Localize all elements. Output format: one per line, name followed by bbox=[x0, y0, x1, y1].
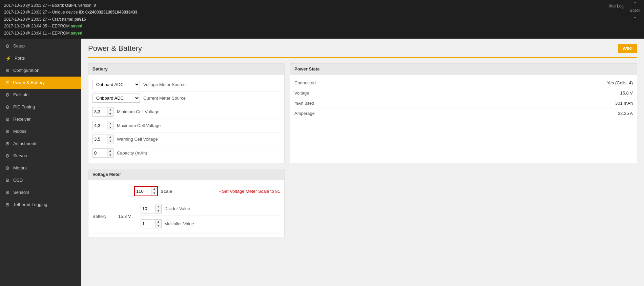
modes-icon: ⚙ bbox=[5, 129, 10, 134]
capacity-row: ▲ ▼ Capacity (mAh) bbox=[92, 146, 280, 160]
voltage-source-select[interactable]: Onboard ADC ESC Sensor None bbox=[92, 80, 140, 89]
ps-value-connected: Yes (Cells: 4) bbox=[607, 80, 633, 85]
vm-scale-spinner: ▲ ▼ bbox=[134, 186, 158, 196]
sidebar-item-servos[interactable]: ⚙ Servos bbox=[0, 150, 81, 162]
min-cell-up[interactable]: ▲ bbox=[107, 107, 113, 112]
motors-icon: ⚙ bbox=[5, 165, 10, 171]
min-cell-down[interactable]: ▼ bbox=[107, 112, 113, 116]
vm-scale-up[interactable]: ▲ bbox=[151, 187, 157, 191]
max-cell-spinner: ▲ ▼ bbox=[92, 121, 113, 130]
vm-multiplier-up[interactable]: ▲ bbox=[155, 220, 161, 224]
log-line-3: 2017-10-20 @ 23:03:27 -- Craft name: ps9… bbox=[4, 16, 640, 23]
battery-card: Battery Onboard ADC ESC Sensor None Volt… bbox=[88, 63, 285, 163]
ps-row-amperage: Amperage 32.35 A bbox=[294, 108, 633, 118]
sidebar-item-label: Modes bbox=[13, 129, 26, 134]
sidebar-item-receiver[interactable]: ⚙ Receiver bbox=[0, 113, 81, 125]
sidebar-item-ports[interactable]: ⚡ Ports bbox=[0, 52, 81, 64]
power-state-table: Connected Yes (Cells: 4) Voltage 15.8 V … bbox=[294, 78, 633, 118]
voltage-source-row: Onboard ADC ESC Sensor None Voltage Mete… bbox=[92, 78, 280, 91]
setup-icon: ⚙ bbox=[5, 43, 10, 49]
log-line-5: 2017-10-20 @ 23:04:11 -- EEPROM saved bbox=[4, 30, 640, 37]
vm-scale-hint: - Set Voltage Meter Scale to 81 bbox=[219, 189, 280, 194]
max-cell-down[interactable]: ▼ bbox=[107, 125, 113, 130]
vm-scale-input[interactable] bbox=[135, 188, 151, 195]
sidebar-item-failsafe[interactable]: ⚙ Failsafe bbox=[0, 89, 81, 101]
vm-multiplier-down[interactable]: ▼ bbox=[155, 224, 161, 228]
vm-divider-spinner: ▲ ▼ bbox=[141, 204, 162, 213]
warning-cell-input[interactable] bbox=[93, 136, 107, 143]
sidebar-item-label: Receiver bbox=[13, 117, 30, 122]
min-cell-row: ▲ ▼ Minimum Cell Voltage bbox=[92, 105, 280, 119]
ps-row-mah: mAh used 301 mAh bbox=[294, 98, 633, 108]
sidebar-item-power-battery[interactable]: ✉ Power & Battery bbox=[0, 77, 81, 89]
sidebar-item-motors[interactable]: ⚙ Motors bbox=[0, 162, 81, 174]
sidebar-item-label: PID Tuning bbox=[13, 104, 35, 109]
content-area: Power & Battery WIKI Battery Onboard ADC… bbox=[81, 39, 644, 286]
sidebar-item-label: OSD bbox=[13, 178, 23, 183]
ps-label-connected: Connected bbox=[294, 80, 316, 85]
voltage-meter-header: Voltage Meter bbox=[88, 169, 284, 180]
ps-label-mah: mAh used bbox=[294, 101, 314, 106]
capacity-input[interactable] bbox=[93, 149, 107, 157]
vm-divider-down[interactable]: ▼ bbox=[155, 209, 161, 213]
voltage-source-label: Voltage Meter Source bbox=[143, 82, 186, 87]
sidebar-item-pid-tuning[interactable]: ⚙ PID Tuning bbox=[0, 101, 81, 113]
vm-battery-value: 15.8 V bbox=[118, 214, 135, 219]
vm-multiplier-spinner: ▲ ▼ bbox=[141, 219, 162, 229]
warning-cell-up[interactable]: ▲ bbox=[107, 135, 113, 139]
vm-scale-down[interactable]: ▼ bbox=[151, 191, 157, 196]
page-title: Power & Battery bbox=[88, 44, 142, 53]
scroll-control: ⌃ Scroll ⌄ bbox=[629, 1, 641, 19]
sidebar-item-label: Power & Battery bbox=[13, 80, 45, 85]
ps-label-amperage: Amperage bbox=[294, 111, 315, 116]
sidebar-item-tethered-logging[interactable]: ⚙ Tethered Logging bbox=[0, 199, 81, 211]
vm-scale-spinner-btns: ▲ ▼ bbox=[151, 187, 157, 196]
scroll-up-icon[interactable]: ⌃ bbox=[632, 1, 638, 7]
sidebar-item-setup[interactable]: ⚙ Setup bbox=[0, 40, 81, 52]
sidebar-item-label: Motors bbox=[13, 165, 27, 170]
vm-divider-input[interactable] bbox=[141, 205, 155, 212]
current-source-select[interactable]: Onboard ADC ESC Sensor None bbox=[92, 94, 140, 103]
sidebar-item-adjustments[interactable]: ⚙ Adjustments bbox=[0, 138, 81, 150]
osd-icon: ⚙ bbox=[5, 178, 10, 183]
sidebar-item-configuration[interactable]: ⚙ Configuration bbox=[0, 64, 81, 77]
pid-tuning-icon: ⚙ bbox=[5, 104, 10, 110]
warning-cell-spinner: ▲ ▼ bbox=[92, 135, 113, 144]
max-cell-spinner-btns: ▲ ▼ bbox=[107, 121, 113, 130]
max-cell-input[interactable] bbox=[93, 122, 107, 129]
vm-divider-row: ▲ ▼ Divider Value bbox=[141, 202, 280, 216]
max-cell-row: ▲ ▼ Maximum Cell Voltage bbox=[92, 119, 280, 133]
min-cell-input[interactable] bbox=[93, 108, 107, 115]
power-state-body: Connected Yes (Cells: 4) Voltage 15.8 V … bbox=[290, 75, 637, 122]
tethered-logging-icon: ⚙ bbox=[5, 202, 10, 207]
current-source-row: Onboard ADC ESC Sensor None Current Mete… bbox=[92, 91, 280, 105]
capacity-up[interactable]: ▲ bbox=[107, 149, 113, 153]
ps-value-voltage: 15.8 V bbox=[620, 90, 633, 96]
failsafe-icon: ⚙ bbox=[5, 92, 10, 98]
sidebar-item-modes[interactable]: ⚙ Modes bbox=[0, 125, 81, 138]
warning-cell-spinner-btns: ▲ ▼ bbox=[107, 135, 113, 144]
min-cell-spinner: ▲ ▼ bbox=[92, 107, 113, 117]
sidebar-item-sensors[interactable]: ⚙ Sensors bbox=[0, 186, 81, 199]
vm-multiplier-spinner-btns: ▲ ▼ bbox=[155, 220, 161, 228]
max-cell-up[interactable]: ▲ bbox=[107, 121, 113, 126]
page-header: Power & Battery WIKI bbox=[88, 44, 637, 53]
scroll-down-icon[interactable]: ⌄ bbox=[632, 13, 638, 19]
vm-multiplier-input[interactable] bbox=[141, 220, 155, 227]
wiki-button[interactable]: WIKI bbox=[618, 44, 637, 53]
capacity-down[interactable]: ▼ bbox=[107, 153, 113, 158]
ps-value-amperage: 32.35 A bbox=[618, 111, 633, 116]
sensors-icon: ⚙ bbox=[5, 190, 10, 195]
log-line-1: 2017-10-20 @ 23:03:27 -- Board: OBF4, ve… bbox=[4, 2, 640, 9]
ps-label-voltage: Voltage bbox=[294, 90, 309, 96]
vm-multiplier-row: ▲ ▼ Multiplier Value bbox=[141, 217, 280, 231]
vm-divider-up[interactable]: ▲ bbox=[155, 204, 161, 209]
hide-log-button[interactable]: Hide Log bbox=[607, 3, 624, 9]
sidebar-item-label: Adjustments bbox=[13, 141, 38, 146]
warning-cell-down[interactable]: ▼ bbox=[107, 139, 113, 144]
sidebar-item-label: Setup bbox=[13, 43, 25, 48]
sidebar-item-osd[interactable]: ⚙ OSD bbox=[0, 174, 81, 186]
sidebar-item-label: Servos bbox=[13, 153, 27, 158]
sidebar: ⚙ Setup ⚡ Ports ⚙ Configuration ✉ Power … bbox=[0, 39, 81, 286]
ports-icon: ⚡ bbox=[5, 56, 11, 61]
